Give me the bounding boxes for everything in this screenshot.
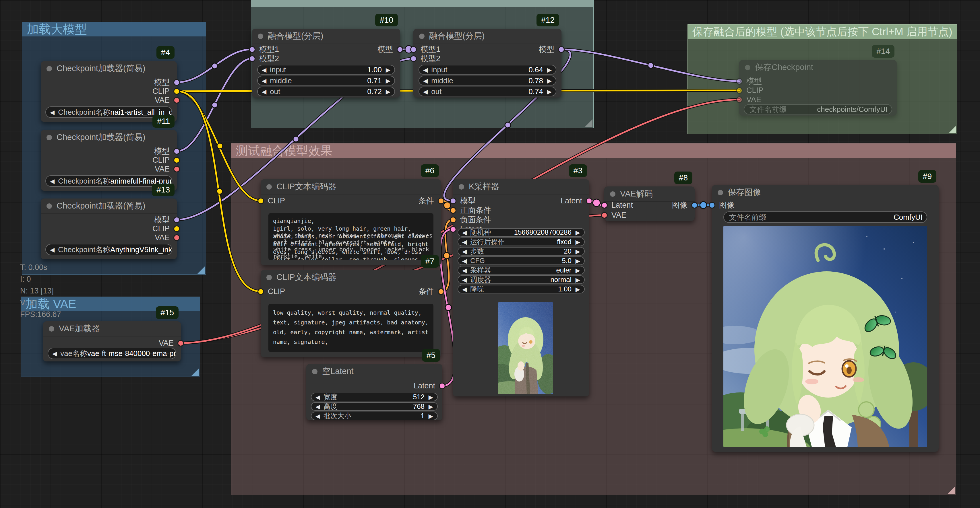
increment-arrow-icon[interactable]: ▶ <box>576 286 580 292</box>
node-checkpoint-loader-13[interactable]: #13 Checkpoint加载器(简易) 模型 CLIP VAE ◀ Chec… <box>41 198 177 259</box>
model-port-icon[interactable] <box>397 46 403 53</box>
node-checkpoint-loader-4[interactable]: #4 Checkpoint加载器(简易) 模型 CLIP VAE ◀ Check… <box>41 61 177 122</box>
model-port-icon[interactable] <box>558 46 565 53</box>
port-latent-output[interactable]: Latent <box>561 196 592 206</box>
group-resize-handle[interactable] <box>191 368 199 376</box>
decrement-arrow-icon[interactable]: ◀ <box>315 413 320 419</box>
merge-middle-widget[interactable]: ◀middle0.78▶ <box>418 76 556 86</box>
node-titlebar[interactable]: VAE解码 <box>604 186 695 202</box>
node-titlebar[interactable]: 融合模型(分层) <box>414 29 562 44</box>
filename-prefix-widget[interactable]: 文件名前缀 checkpoints/ComfyUI <box>744 104 892 114</box>
seed-widget[interactable]: ◀随机种156680208700286▶ <box>458 228 585 237</box>
increment-arrow-icon[interactable]: ▶ <box>547 78 552 84</box>
port-clip-output[interactable]: CLIP <box>153 86 180 96</box>
increment-arrow-icon[interactable]: ▶ <box>429 413 433 419</box>
port-positive-input[interactable]: 正面条件 <box>450 205 491 215</box>
model-port-icon[interactable] <box>173 217 180 223</box>
vae-port-icon[interactable] <box>173 234 180 241</box>
collapse-dot-icon[interactable] <box>258 33 263 39</box>
decrement-arrow-icon[interactable]: ◀ <box>462 248 467 254</box>
merge-input-widget[interactable]: ◀input1.00▶ <box>257 65 395 75</box>
vae-port-icon[interactable] <box>736 96 743 103</box>
increment-arrow-icon[interactable]: ▶ <box>576 267 580 273</box>
group-titlebar[interactable]: 测试融合模型效果 <box>231 144 956 158</box>
vae-port-icon[interactable] <box>601 212 608 219</box>
sampler-widget[interactable]: ◀采样器euler▶ <box>458 266 585 275</box>
increment-arrow-icon[interactable]: ▶ <box>386 78 390 84</box>
port-vae-output[interactable]: VAE <box>155 233 180 242</box>
port-model-output[interactable]: 模型 <box>154 78 180 87</box>
collapse-dot-icon[interactable] <box>718 190 723 195</box>
group-titlebar[interactable]: 保存融合后的模型 (选中该节点后按下 Ctrl+M 启用节点) <box>688 25 957 39</box>
increment-arrow-icon[interactable]: ▶ <box>386 67 390 73</box>
node-vae-loader-15[interactable]: #15 VAE加载器 VAE ◀ vae名称 vae-ft-mse-840000… <box>43 321 181 362</box>
port-clip-output[interactable]: CLIP <box>153 224 180 233</box>
node-checkpoint-loader-11[interactable]: #11 Checkpoint加载器(简易) 模型 CLIP VAE ◀ Chec… <box>41 130 177 191</box>
port-image-output[interactable]: 图像 <box>672 200 698 210</box>
port-model-output[interactable]: 模型 <box>539 44 565 54</box>
cfg-widget[interactable]: ◀CFG5.0▶ <box>458 256 585 265</box>
group-titlebar[interactable] <box>251 0 593 7</box>
height-widget[interactable]: ◀高度768▶ <box>311 402 438 411</box>
group-resize-handle[interactable] <box>585 119 592 127</box>
batch-size-widget[interactable]: ◀批次大小1▶ <box>311 412 438 420</box>
increment-arrow-icon[interactable]: ▶ <box>576 277 580 283</box>
decrement-arrow-icon[interactable]: ◀ <box>423 67 428 73</box>
model-port-icon[interactable] <box>410 46 417 53</box>
model-port-icon[interactable] <box>173 79 180 86</box>
vae-name-combo[interactable]: ◀ vae名称 vae-ft-mse-840000-ema-prune... ▶ <box>48 348 176 359</box>
port-clip-input[interactable]: CLIP <box>258 196 285 206</box>
decrement-arrow-icon[interactable]: ◀ <box>423 89 428 95</box>
decrement-arrow-icon[interactable]: ◀ <box>462 239 467 245</box>
ckpt-name-combo[interactable]: ◀ Checkpoint名称 AnythingV5Ink_ink.safe...… <box>45 244 172 255</box>
model-port-icon[interactable] <box>450 198 457 204</box>
node-titlebar[interactable]: Checkpoint加载器(简易) <box>41 198 177 214</box>
decrement-arrow-icon[interactable]: ◀ <box>52 351 57 357</box>
vae-port-icon[interactable] <box>173 166 180 172</box>
port-vae-output[interactable]: VAE <box>155 164 180 174</box>
port-conditioning-output[interactable]: 条件 <box>418 196 444 206</box>
node-empty-latent-5[interactable]: #5 空Latent Latent ◀宽度512▶ ◀高度768▶ ◀批次大小1… <box>306 364 442 420</box>
clip-port-icon[interactable] <box>736 87 743 94</box>
decrement-arrow-icon[interactable]: ◀ <box>315 403 320 410</box>
node-titlebar[interactable]: 空Latent <box>306 364 442 379</box>
port-vae-input[interactable]: VAE <box>736 95 761 105</box>
filename-prefix-widget[interactable]: 文件名前缀 ComfyUI <box>723 211 927 223</box>
node-save-checkpoint-14[interactable]: #14 保存Checkpoint 模型 CLIP VAE 文件名前缀 check… <box>739 60 897 116</box>
port-conditioning-output[interactable]: 条件 <box>418 287 444 296</box>
node-titlebar[interactable]: 保存图像 <box>712 185 939 200</box>
width-widget[interactable]: ◀宽度512▶ <box>311 393 438 401</box>
node-titlebar[interactable]: Checkpoint加载器(简易) <box>41 130 177 145</box>
port-model-output[interactable]: 模型 <box>154 146 180 156</box>
decrement-arrow-icon[interactable]: ◀ <box>262 78 266 84</box>
node-titlebar[interactable]: 保存Checkpoint <box>739 60 897 75</box>
port-latent-output[interactable]: Latent <box>414 381 445 391</box>
collapse-dot-icon[interactable] <box>266 275 272 280</box>
model-port-icon[interactable] <box>249 56 256 62</box>
port-clip-input[interactable]: CLIP <box>736 86 764 95</box>
vae-port-icon[interactable] <box>173 97 180 103</box>
conditioning-port-icon[interactable] <box>438 288 444 295</box>
collapse-dot-icon[interactable] <box>312 369 318 374</box>
latent-port-icon[interactable] <box>586 198 592 204</box>
port-clip-output[interactable]: CLIP <box>153 155 180 165</box>
port-model2-input[interactable]: 模型2 <box>249 54 279 64</box>
model-port-icon[interactable] <box>249 46 256 53</box>
steps-widget[interactable]: ◀步数20▶ <box>458 247 585 256</box>
model-port-icon[interactable] <box>736 78 743 85</box>
latent-port-icon[interactable] <box>601 202 608 208</box>
model-port-icon[interactable] <box>410 56 417 62</box>
collapse-dot-icon[interactable] <box>610 191 616 197</box>
increment-arrow-icon[interactable]: ▶ <box>576 230 580 235</box>
group-resize-handle[interactable] <box>948 486 955 494</box>
increment-arrow-icon[interactable]: ▶ <box>547 89 552 95</box>
decrement-arrow-icon[interactable]: ◀ <box>462 286 467 292</box>
decrement-arrow-icon[interactable]: ◀ <box>462 258 467 264</box>
decrement-arrow-icon[interactable]: ◀ <box>462 267 467 273</box>
graph-canvas[interactable]: 加载大模型 加载 VAE 保存融合后的模型 (选中该节点后按下 Ctrl+M 启… <box>0 0 980 508</box>
clip-port-icon[interactable] <box>173 88 180 95</box>
port-latent-input[interactable]: Latent <box>601 200 633 210</box>
port-model-input[interactable]: 模型 <box>736 76 762 86</box>
port-model1-input[interactable]: 模型1 <box>249 44 279 54</box>
decrement-arrow-icon[interactable]: ◀ <box>462 230 467 235</box>
